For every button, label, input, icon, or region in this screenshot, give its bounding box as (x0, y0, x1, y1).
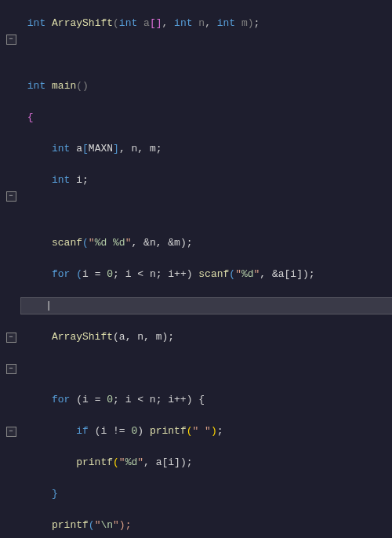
code-line[interactable]: { (21, 110, 392, 125)
code-line[interactable]: int ArrayShift(int a[], int n, int m); (21, 16, 392, 31)
fold-for2-icon[interactable]: − (6, 364, 16, 374)
code-line[interactable] (21, 47, 392, 63)
code-line[interactable]: ArrayShift(a, n, m); (21, 329, 392, 345)
code-line[interactable]: printf("%d", a[i]); (21, 455, 392, 471)
code-line[interactable] (21, 204, 392, 220)
fold-for-icon[interactable]: − (6, 191, 16, 202)
code-editor[interactable]: − − − − − int ArrayShift(int a[], (0, 0, 392, 538)
code-line[interactable]: for (i = 0; i < n; i++) { (21, 392, 392, 408)
code-line[interactable]: int a[MAXN], n, m; (21, 141, 392, 157)
fold-arrayshift-icon[interactable]: − (6, 333, 16, 343)
code-line[interactable]: int main() (21, 78, 392, 94)
code-line[interactable]: scanf("%d %d", &n, &m); (21, 235, 392, 251)
text-cursor: | (45, 300, 52, 311)
code-line[interactable]: printf("\n"); (21, 518, 392, 533)
code-line-current[interactable]: | (21, 298, 392, 314)
code-line[interactable]: } (21, 486, 392, 502)
fold-for3-icon[interactable]: − (6, 427, 16, 437)
code-line[interactable]: for (i = 0; i < n; i++) scanf("%d", &a[i… (21, 267, 392, 282)
code-area[interactable]: int ArrayShift(int a[], int n, int m); i… (18, 0, 392, 538)
code-line[interactable]: int i; (21, 173, 392, 188)
fold-main-icon[interactable]: − (6, 35, 16, 45)
code-line[interactable] (21, 361, 392, 376)
gutter: − − − − − (0, 0, 18, 538)
code-line[interactable]: if (i != 0) printf(" "); (21, 423, 392, 439)
